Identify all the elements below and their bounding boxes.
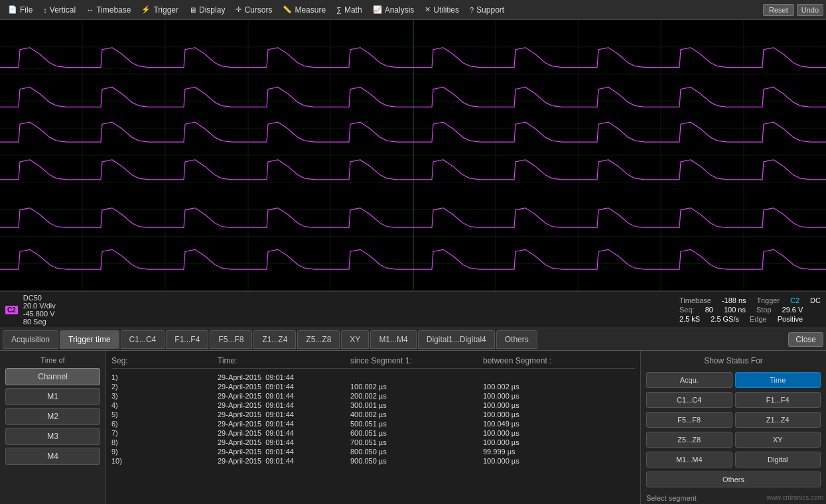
- since-col-header: since Segment 1:: [350, 356, 483, 365]
- undo-button[interactable]: Undo: [797, 4, 823, 16]
- date-time-cell: 29-April-2015 09:01:44: [218, 438, 350, 446]
- z5z8-right-button[interactable]: Z5...Z8: [646, 432, 732, 448]
- date-time-cell: 29-April-2015 09:01:44: [218, 373, 350, 381]
- menu-support[interactable]: ? Support: [464, 0, 510, 19]
- show-status-header: Show Status For: [646, 356, 821, 365]
- menu-display[interactable]: 🖥 Display: [184, 0, 230, 19]
- status-row-1: Acqu. Time: [646, 372, 821, 388]
- channel-button[interactable]: Channel: [5, 368, 100, 385]
- f5f8-right-button[interactable]: F5...F8: [646, 412, 732, 428]
- menu-cursors[interactable]: ✛ Cursors: [230, 0, 277, 19]
- seg-cell: 1): [111, 373, 218, 381]
- scope-display: [0, 20, 826, 292]
- digital-right-button[interactable]: Digital: [735, 452, 821, 468]
- xy-right-button[interactable]: XY: [735, 432, 821, 448]
- between-cell: 100.000 µs: [483, 438, 616, 446]
- timebase-trigger-status: Timebase -188 ns Trigger C2 DC Seq: 80 1…: [679, 296, 821, 323]
- tab-f1f4[interactable]: F1...F4: [166, 330, 208, 349]
- trigger-label: Trigger: [757, 296, 780, 304]
- menu-math[interactable]: ∑ Math: [331, 0, 368, 19]
- date-time-cell: 29-April-2015 09:01:44: [218, 401, 350, 409]
- support-icon: ?: [470, 6, 474, 14]
- between-col-header: between Segment :: [483, 356, 616, 365]
- seg-col-header: Seg:: [111, 356, 218, 365]
- table-row: 9) 29-April-2015 09:01:44 800.050 µs 99.…: [111, 447, 635, 456]
- date-time-cell: 29-April-2015 09:01:44: [218, 457, 350, 465]
- since-cell: [350, 373, 483, 381]
- menu-timebase[interactable]: ↔ Timebase: [81, 0, 136, 19]
- watermark: www.cntronics.com: [766, 494, 823, 501]
- status-row-2: C1...C4 F1...F4: [646, 392, 821, 408]
- m3-button[interactable]: M3: [5, 428, 100, 445]
- timebase-label: Timebase: [679, 296, 711, 304]
- menu-utilities[interactable]: ✕ Utilities: [419, 0, 464, 19]
- between-cell: 100.002 µs: [483, 383, 616, 391]
- tab-c1c4[interactable]: C1...C4: [121, 330, 165, 349]
- between-cell: 100.000 µs: [483, 392, 616, 400]
- tab-m1m4[interactable]: M1...M4: [370, 330, 416, 349]
- utilities-icon: ✕: [425, 5, 431, 14]
- z1z4-right-button[interactable]: Z1...Z4: [735, 412, 821, 428]
- others-right-button[interactable]: Others: [646, 472, 821, 487]
- menu-file[interactable]: 📄 File: [3, 0, 38, 19]
- m4-button[interactable]: M4: [5, 448, 100, 465]
- trigger-dc: DC: [810, 296, 821, 304]
- tab-z1z4[interactable]: Z1...Z4: [253, 330, 296, 349]
- tab-acquisition[interactable]: Acquisition: [3, 330, 58, 349]
- reset-button[interactable]: Reset: [763, 4, 794, 16]
- date-time-cell: 29-April-2015 09:01:44: [218, 383, 350, 391]
- status-bar: C2 DC50 20.0 V/div -45.800 V 80 Seg Time…: [0, 292, 826, 328]
- seg-cell: 10): [111, 457, 218, 465]
- status-row-4: Z5...Z8 XY: [646, 432, 821, 448]
- timebase-icon: ↔: [86, 6, 94, 14]
- tab-digital1digital4[interactable]: Digital1...Digital4: [418, 330, 495, 349]
- close-button[interactable]: Close: [788, 332, 823, 347]
- since-cell: 200.002 µs: [350, 392, 483, 400]
- table-row: 6) 29-April-2015 09:01:44 500.051 µs 100…: [111, 419, 635, 428]
- seg-cell: 2): [111, 383, 218, 391]
- menu-measure[interactable]: 📏 Measure: [277, 0, 331, 19]
- measure-icon: 📏: [283, 5, 292, 14]
- since-cell: 400.002 µs: [350, 410, 483, 418]
- date-time-cell: 29-April-2015 09:01:44: [218, 448, 350, 456]
- seg-cell: 8): [111, 438, 218, 446]
- m1m4-right-button[interactable]: M1...M4: [646, 452, 732, 468]
- cursors-icon: ✛: [236, 5, 241, 14]
- tab-z5z8[interactable]: Z5...Z8: [297, 330, 340, 349]
- samples-label: 100 ns: [724, 306, 746, 314]
- since-cell: 100.002 µs: [350, 383, 483, 391]
- tab-others[interactable]: Others: [496, 330, 537, 349]
- menu-analysis[interactable]: 📈 Analysis: [368, 0, 420, 19]
- c1c4-right-button[interactable]: C1...C4: [646, 392, 732, 408]
- status-row-5: M1...M4 Digital: [646, 452, 821, 468]
- time-button[interactable]: Time: [735, 372, 821, 388]
- stop-label: Stop: [756, 306, 772, 314]
- acqu-button[interactable]: Acqu.: [646, 372, 732, 388]
- table-row: 3) 29-April-2015 09:01:44 200.002 µs 100…: [111, 391, 635, 401]
- tab-xy[interactable]: XY: [341, 330, 369, 349]
- seq-label: Seq:: [679, 306, 695, 314]
- between-cell: 100.049 µs: [483, 420, 616, 428]
- since-cell: 900.050 µs: [350, 457, 483, 465]
- date-time-cell: 29-April-2015 09:01:44: [218, 420, 350, 428]
- date-time-cell: 29-April-2015 09:01:44: [218, 410, 350, 418]
- trigger-voltage: 29.6 V: [782, 306, 803, 314]
- coupling-label: DC50: [23, 294, 76, 302]
- table-row: 10) 29-April-2015 09:01:44 900.050 µs 10…: [111, 456, 635, 466]
- m2-button[interactable]: M2: [5, 408, 100, 425]
- table-row: 5) 29-April-2015 09:01:44 400.002 µs 100…: [111, 410, 635, 419]
- f1f4-right-button[interactable]: F1...F4: [735, 392, 821, 408]
- seg-cell: 4): [111, 401, 218, 409]
- tab-trigger-time[interactable]: Trigger time: [60, 330, 119, 349]
- timebase-value: -188 ns: [722, 296, 746, 304]
- menu-vertical[interactable]: ↕ Vertical: [38, 0, 81, 19]
- edge-label: Edge: [750, 315, 767, 323]
- offset-label: -45.800 V: [23, 310, 76, 318]
- math-icon: ∑: [336, 6, 342, 14]
- tab-bar: Acquisition Trigger time C1...C4 F1...F4…: [0, 328, 826, 351]
- m1-button[interactable]: M1: [5, 388, 100, 405]
- trigger-ch: C2: [790, 296, 799, 304]
- time-of-header: Time of: [5, 356, 100, 364]
- menu-trigger[interactable]: ⚡ Trigger: [136, 0, 184, 19]
- tab-f5f8[interactable]: F5...F8: [210, 330, 252, 349]
